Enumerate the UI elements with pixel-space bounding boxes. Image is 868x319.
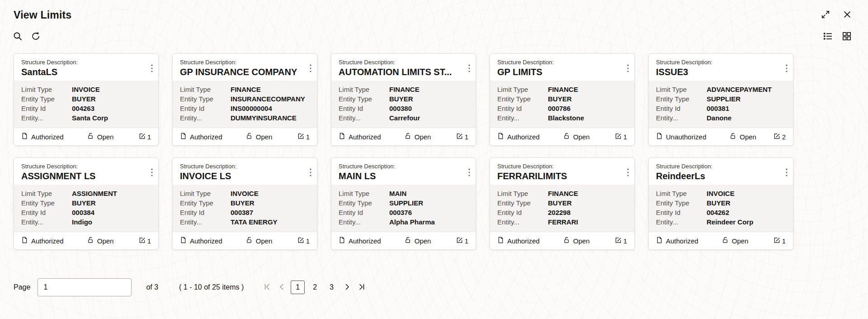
card-menu-button[interactable]: [626, 167, 630, 179]
edit-count[interactable]: 1: [297, 237, 310, 245]
card-menu-button[interactable]: [309, 167, 312, 179]
authorized-icon: [656, 133, 663, 141]
edit-count[interactable]: 1: [615, 237, 627, 245]
entity-id-value: 202298: [548, 208, 571, 217]
edit-count-value: 1: [147, 237, 151, 245]
limit-card: Structure Description: INVOICE LS Limit …: [172, 157, 317, 250]
search-button[interactable]: [12, 30, 24, 43]
record-status: Open: [563, 237, 590, 245]
view-limits-window: View Limits: [0, 0, 868, 319]
page-title: View Limits: [14, 9, 71, 21]
entity-label: Entity...: [497, 113, 548, 123]
entity-type-row: Entity Type BUYER: [180, 198, 310, 208]
edit-count[interactable]: 1: [615, 133, 627, 141]
card-body: Limit Type MAIN Entity Type SUPPLIER Ent…: [331, 185, 476, 232]
card-body: Limit Type ASSIGNMENT Entity Type BUYER …: [14, 185, 158, 232]
authorized-icon: [339, 237, 345, 245]
fullscreen-toggle-button[interactable]: [820, 9, 831, 21]
limit-type-label: Limit Type: [656, 85, 707, 94]
open-lock-icon: [405, 237, 411, 245]
card-header: Structure Description: ISSUE3: [649, 54, 793, 81]
page-button-2[interactable]: 2: [308, 281, 321, 294]
first-page-button[interactable]: [262, 281, 273, 294]
card-menu-button[interactable]: [150, 63, 154, 75]
card-menu-button[interactable]: [467, 167, 471, 179]
authorization-status-text: Authorized: [666, 237, 698, 245]
record-status-text: Open: [256, 237, 273, 245]
card-menu-button[interactable]: [309, 63, 312, 75]
open-lock-icon: [246, 133, 253, 141]
record-status-text: Open: [256, 133, 273, 141]
last-page-button[interactable]: [356, 281, 367, 294]
limit-card: Structure Description: ISSUE3 Limit Type…: [648, 53, 793, 146]
limit-card: Structure Description: FERRARILIMITS Lim…: [490, 157, 635, 250]
limit-type-value: INVOICE: [231, 189, 259, 198]
limit-type-row: Limit Type INVOICE: [180, 189, 310, 198]
grid-view-button[interactable]: [841, 30, 853, 43]
entity-id-value: 004263: [72, 104, 94, 113]
entity-type-row: Entity Type BUYER: [21, 198, 151, 208]
entity-id-value: 000384: [72, 208, 94, 217]
entity-id-row: Entity Id 000376: [339, 208, 468, 217]
kebab-icon: [151, 64, 153, 74]
entity-id-label: Entity Id: [656, 208, 707, 217]
page-button-3[interactable]: 3: [325, 281, 338, 294]
entity-id-row: Entity Id 000384: [21, 208, 151, 217]
card-header-text: Structure Description: INVOICE LS: [180, 163, 236, 182]
limit-type-label: Limit Type: [339, 85, 389, 94]
authorized-icon: [497, 133, 504, 141]
limit-type-label: Limit Type: [497, 189, 548, 198]
last-page-icon: [358, 283, 365, 292]
card-menu-button[interactable]: [785, 167, 788, 179]
entity-value: FERRARI: [548, 217, 578, 227]
edit-icon: [297, 237, 304, 245]
entity-row: Entity... FERRARI: [497, 217, 627, 227]
close-button[interactable]: [842, 9, 853, 21]
list-view-button[interactable]: [822, 30, 834, 43]
card-menu-button[interactable]: [626, 63, 630, 75]
entity-type-value: BUYER: [72, 94, 96, 104]
edit-count[interactable]: 1: [139, 133, 151, 141]
card-footer: Authorized Open 1: [14, 232, 158, 249]
card-header-text: Structure Description: MAIN LS: [339, 163, 395, 182]
card-menu-button[interactable]: [785, 63, 788, 75]
next-page-button[interactable]: [342, 281, 353, 294]
card-body: Limit Type INVOICE Entity Type BUYER Ent…: [649, 185, 793, 232]
edit-count[interactable]: 1: [456, 237, 468, 245]
edit-count[interactable]: 1: [139, 237, 151, 245]
limit-type-value: FINANCE: [548, 85, 578, 94]
kebab-icon: [310, 64, 311, 74]
edit-count[interactable]: 1: [774, 237, 786, 245]
entity-type-row: Entity Type BUYER: [339, 94, 468, 104]
structure-name: ReindeerLs: [656, 170, 712, 182]
prev-page-button[interactable]: [276, 281, 287, 294]
structure-description-label: Structure Description:: [656, 163, 712, 170]
card-header-text: Structure Description: SantaLS: [21, 59, 78, 78]
limit-type-value: INVOICE: [707, 189, 735, 198]
card-menu-button[interactable]: [467, 63, 471, 75]
authorization-status-text: Authorized: [190, 237, 222, 245]
entity-id-row: Entity Id INS00000004: [180, 104, 310, 113]
page-input[interactable]: [38, 278, 132, 296]
titlebar-actions: [820, 9, 853, 21]
page-button-1[interactable]: 1: [291, 281, 305, 294]
kebab-icon: [627, 64, 629, 74]
entity-value: Blackstone: [548, 113, 584, 123]
edit-count[interactable]: 1: [297, 133, 310, 141]
entity-type-value: SUPPLIER: [707, 94, 741, 104]
entity-type-value: BUYER: [389, 94, 413, 104]
entity-value: Danone: [707, 113, 731, 123]
card-header: Structure Description: INVOICE LS: [173, 158, 317, 185]
authorization-status: Authorized: [21, 237, 64, 245]
edit-count[interactable]: 1: [456, 133, 468, 141]
structure-name: GP LIMITS: [497, 66, 554, 78]
entity-id-row: Entity Id 202298: [497, 208, 627, 217]
card-menu-button[interactable]: [150, 167, 154, 179]
entity-id-label: Entity Id: [656, 104, 707, 113]
entity-id-value: 000387: [231, 208, 253, 217]
card-header-text: Structure Description: AUTOMATION LIMITS…: [339, 59, 452, 78]
edit-count[interactable]: 2: [774, 133, 786, 141]
refresh-button[interactable]: [30, 30, 42, 43]
edit-count-value: 2: [782, 133, 786, 141]
card-body: Limit Type ADVANCEPAYMENT Entity Type SU…: [649, 81, 793, 128]
